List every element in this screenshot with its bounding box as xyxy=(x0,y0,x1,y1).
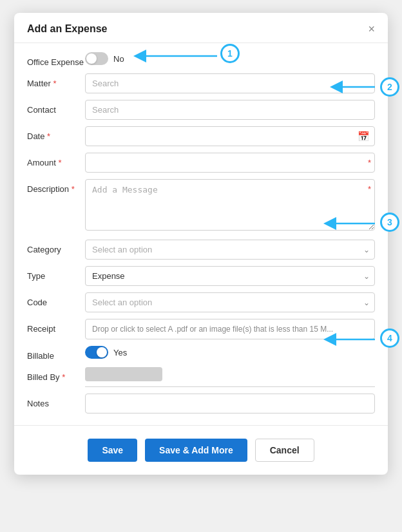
office-expense-label: Office Expense xyxy=(27,52,85,67)
office-expense-slider xyxy=(85,52,108,65)
matter-row: Matter * xyxy=(27,73,375,93)
matter-wrap xyxy=(85,73,375,93)
description-row: Description * * xyxy=(27,179,375,233)
billable-row: Billable Yes xyxy=(27,346,375,361)
billable-value: Yes xyxy=(113,348,127,357)
save-button[interactable]: Save xyxy=(88,439,137,462)
notes-label: Notes xyxy=(27,394,85,408)
notes-wrap xyxy=(85,394,375,413)
form-body: Office Expense No Matter * xyxy=(14,43,388,413)
type-select[interactable]: Expense xyxy=(85,266,375,286)
amount-wrap: * xyxy=(85,153,375,173)
contact-wrap xyxy=(85,100,375,120)
category-label: Category xyxy=(27,240,85,254)
contact-label: Contact xyxy=(27,100,85,115)
description-textarea[interactable] xyxy=(85,179,375,231)
type-label: Type xyxy=(27,266,85,281)
date-label: Date * xyxy=(27,126,85,141)
code-wrap: Select an option ⌄ xyxy=(85,292,375,312)
code-row: Code Select an option ⌄ xyxy=(27,292,375,312)
amount-input[interactable] xyxy=(85,153,375,173)
category-select[interactable]: Select an option xyxy=(85,240,375,260)
save-add-more-button[interactable]: Save & Add More xyxy=(145,439,247,462)
matter-label: Matter * xyxy=(27,73,85,88)
description-required-asterisk: * xyxy=(368,184,371,194)
receipt-dropzone[interactable]: Drop or click to select A .pdf or an ima… xyxy=(85,319,375,339)
amount-required-asterisk: * xyxy=(368,158,371,167)
notes-input[interactable] xyxy=(85,394,375,413)
amount-row: Amount * * xyxy=(27,153,375,173)
billable-label: Billable xyxy=(27,346,85,361)
date-row: Date * 21/01/2025 📅 xyxy=(27,126,375,146)
cancel-button[interactable]: Cancel xyxy=(255,439,314,462)
close-button[interactable]: × xyxy=(368,23,375,35)
add-expense-modal: Add an Expense × Office Expense No Matte… xyxy=(14,13,388,475)
matter-input[interactable] xyxy=(85,73,375,93)
receipt-wrap: Drop or click to select A .pdf or an ima… xyxy=(85,319,375,339)
contact-input[interactable] xyxy=(85,100,375,120)
code-select[interactable]: Select an option xyxy=(85,292,375,312)
billable-toggle[interactable] xyxy=(85,346,108,359)
amount-label: Amount * xyxy=(27,153,85,167)
billed-by-label: Billed By * xyxy=(27,367,85,382)
description-label: Description * xyxy=(27,179,85,194)
receipt-row: Receipt Drop or click to select A .pdf o… xyxy=(27,319,375,339)
date-input[interactable]: 21/01/2025 xyxy=(85,126,375,146)
billed-by-row: Billed By * xyxy=(27,367,375,387)
description-wrap: * xyxy=(85,179,375,233)
billed-by-field xyxy=(85,367,375,387)
type-row: Type Expense ⌄ xyxy=(27,266,375,286)
modal-header: Add an Expense × xyxy=(14,13,388,43)
contact-row: Contact xyxy=(27,100,375,120)
code-label: Code xyxy=(27,292,85,307)
billable-toggle-wrap: Yes xyxy=(85,346,375,359)
type-wrap: Expense ⌄ xyxy=(85,266,375,286)
modal-title: Add an Expense xyxy=(27,23,107,35)
modal-footer: Save Save & Add More Cancel xyxy=(14,425,388,462)
billed-by-wrap xyxy=(85,367,375,387)
billable-slider xyxy=(85,346,108,359)
billed-by-bar xyxy=(85,367,162,381)
office-expense-row: Office Expense No xyxy=(27,52,375,67)
notes-row: Notes xyxy=(27,394,375,413)
office-expense-value: No xyxy=(113,54,124,64)
office-expense-toggle[interactable] xyxy=(85,52,108,65)
category-row: Category Select an option ⌄ xyxy=(27,240,375,260)
date-wrap: 21/01/2025 📅 xyxy=(85,126,375,146)
category-wrap: Select an option ⌄ xyxy=(85,240,375,260)
office-expense-toggle-wrap: No xyxy=(85,52,375,65)
receipt-label: Receipt xyxy=(27,319,85,334)
